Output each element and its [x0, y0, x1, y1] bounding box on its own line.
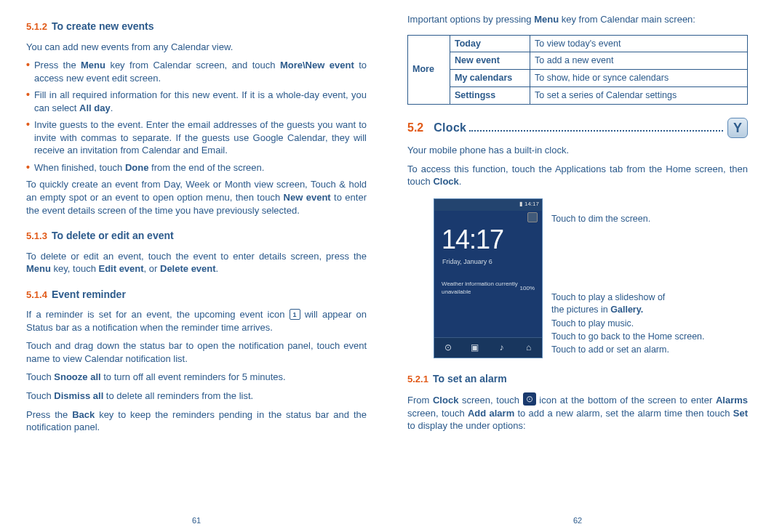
heading-title: To delete or edit an event — [52, 229, 174, 243]
cell-key: Settingss — [450, 87, 530, 105]
bullet-item: • When finished, touch Done from the end… — [26, 161, 367, 174]
page-number: 61 — [6, 515, 387, 526]
heading-number: 5.2.1 — [407, 373, 428, 386]
clock-time: 14:17 — [434, 211, 542, 258]
paragraph: Touch Snooze all to turn off all event r… — [26, 371, 367, 384]
event-icon: 1 — [290, 309, 300, 320]
music-icon: ♪ — [496, 342, 508, 353]
paragraph: To quickly create an event from Day, Wee… — [26, 178, 367, 217]
heading-title: To create new events — [52, 20, 154, 33]
leader-dots — [469, 130, 723, 132]
paragraph: To delete or edit an event, touch the ev… — [26, 250, 367, 275]
table-row: My calendars To show, hide or synce cale… — [408, 70, 748, 87]
cell-desc: To show, hide or synce calendars — [530, 70, 748, 87]
callout-dim: Touch to dim the screen. — [551, 213, 650, 225]
table-row: Settingss To set a series of Calendar se… — [408, 87, 748, 105]
callouts: Touch to dim the screen. Touch to play a… — [551, 198, 748, 358]
options-table: More Today To view today's event New eve… — [407, 35, 748, 105]
paragraph: Touch Dismiss all to delete all reminder… — [26, 390, 367, 403]
paragraph: If a reminder is set for an event, the u… — [26, 308, 367, 334]
table-row: New event To add a new event — [408, 52, 748, 70]
gallery-icon: ▣ — [469, 342, 481, 353]
bottom-bar: ⊙ ▣ ♪ ⌂ — [434, 337, 542, 358]
cell-key: New event — [450, 52, 530, 70]
clock-app-icon: Y — [727, 118, 748, 138]
table-row: More Today To view today's event — [408, 35, 748, 52]
cell-key: My calendars — [450, 70, 530, 87]
phone-illustration: ▮ 14:17 14:17 Friday, January 6 Weather … — [434, 198, 748, 358]
cell-key: Today — [450, 35, 530, 52]
heading-number: 5.1.3 — [26, 230, 47, 243]
bullet-item: • Invite guests to the event. Enter the … — [26, 118, 367, 157]
callout-alarm: Touch to add or set an alarm. — [551, 344, 669, 356]
heading-5-2-1: 5.2.1 To set an alarm — [407, 368, 748, 389]
heading-number: 5.1.2 — [26, 20, 47, 33]
heading-title: Event reminder — [52, 288, 126, 302]
bullet-dot: • — [26, 59, 30, 84]
page-right: Important options by pressing Menu key f… — [387, 13, 768, 526]
signal-icon: ▮ — [519, 201, 522, 209]
section-title: Clock — [434, 120, 727, 136]
bullet-dot: • — [26, 118, 30, 157]
paragraph: Your mobile phone has a built-in clock. — [407, 144, 748, 157]
paragraph: To access this function, touch the Appli… — [407, 163, 748, 188]
section-heading-5-2: 5.2 Clock Y — [407, 118, 748, 138]
page-number: 62 — [387, 515, 768, 526]
heading-5-1-3: 5.1.3 To delete or edit an event — [26, 225, 367, 246]
status-bar: ▮ 14:17 — [434, 199, 542, 211]
bullet-text: Fill in all required information for thi… — [34, 89, 367, 114]
bullet-dot: • — [26, 161, 30, 174]
cell-desc: To view today's event — [530, 35, 748, 52]
battery-pct: 100% — [520, 285, 535, 293]
phone-screen: ▮ 14:17 14:17 Friday, January 6 Weather … — [434, 198, 543, 358]
bullet-item: • Fill in all required information for t… — [26, 89, 367, 114]
bullet-text: When finished, touch Done from the end o… — [34, 161, 367, 174]
cell-desc: To set a series of Calendar settings — [530, 87, 748, 105]
dim-button — [527, 212, 538, 222]
clock-date: Friday, January 6 — [434, 257, 542, 266]
cell-more: More — [408, 35, 450, 105]
section-number: 5.2 — [407, 120, 423, 136]
bullet-text: Invite guests to the event. Enter the em… — [34, 118, 367, 157]
paragraph: From Clock screen, touch ⊙ icon at the b… — [407, 392, 748, 432]
heading-5-1-4: 5.1.4 Event reminder — [26, 284, 367, 305]
page-left: 5.1.2 To create new events You can add n… — [6, 13, 387, 526]
home-icon: ⌂ — [523, 342, 535, 353]
cell-desc: To add a new event — [530, 52, 748, 70]
callout-music: Touch to play music. — [551, 318, 634, 330]
callout-home: Touch to go back to the Home screen. — [551, 331, 705, 343]
weather-row: Weather information currently unavailabl… — [434, 266, 542, 297]
bullet-dot: • — [26, 89, 30, 114]
alarm-small-icon: ⊙ — [523, 392, 536, 406]
paragraph: Touch and drag down the status bar to op… — [26, 339, 367, 365]
paragraph: Important options by pressing Menu key f… — [407, 13, 748, 26]
heading-5-1-2: 5.1.2 To create new events — [26, 16, 367, 36]
paragraph: Press the Back key to keep the reminders… — [26, 408, 367, 434]
bullet-text: Press the Menu key from Calendar screen,… — [34, 59, 367, 84]
bullet-item: • Press the Menu key from Calendar scree… — [26, 59, 367, 84]
heading-number: 5.1.4 — [26, 289, 47, 302]
status-time: 14:17 — [524, 201, 539, 209]
weather-text: Weather information currently unavailabl… — [442, 281, 518, 297]
alarm-icon: ⊙ — [442, 342, 454, 353]
callout-gallery: Touch to play a slideshow of the picture… — [551, 291, 665, 316]
heading-title: To set an alarm — [433, 372, 507, 386]
intro-text: You can add new events from any Calendar… — [26, 41, 367, 54]
